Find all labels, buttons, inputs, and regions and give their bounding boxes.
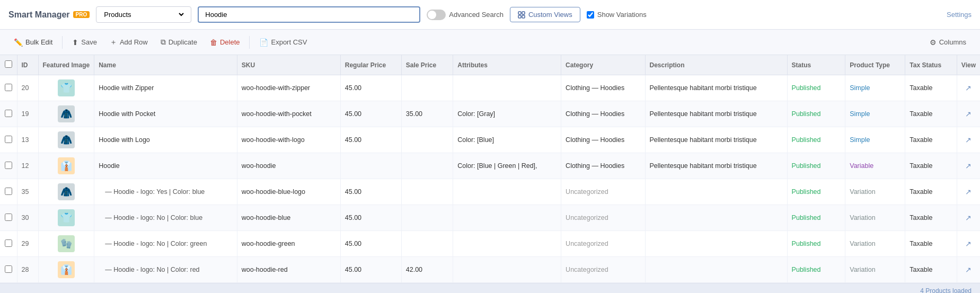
row-sku[interactable]: woo-hoodie-with-zipper: [237, 75, 340, 101]
bulk-edit-button[interactable]: ✏️ Bulk Edit: [8, 35, 58, 49]
show-variations-toggle[interactable]: Show Variations: [587, 11, 647, 19]
row-attributes[interactable]: [453, 75, 561, 101]
header-checkbox[interactable]: [0, 55, 17, 75]
row-description[interactable]: Pellentesque habitant morbi tristique: [645, 101, 787, 127]
product-type-selector[interactable]: Products: [96, 6, 191, 23]
row-checkbox[interactable]: [0, 153, 17, 179]
row-view-link[interactable]: ↗: [957, 205, 980, 231]
search-input[interactable]: [198, 6, 420, 23]
row-name[interactable]: — Hoodie - logo: No | Color: red: [94, 257, 237, 283]
row-sku[interactable]: woo-hoodie-red: [237, 257, 340, 283]
row-select-checkbox[interactable]: [5, 265, 12, 273]
row-sku[interactable]: woo-hoodie-with-logo: [237, 127, 340, 153]
row-tax-status[interactable]: Taxable: [905, 179, 957, 205]
row-product-type[interactable]: Variable: [845, 153, 905, 179]
external-link-icon[interactable]: ↗: [965, 84, 972, 92]
row-category[interactable]: Clothing — Hoodies: [561, 153, 645, 179]
row-category[interactable]: Clothing — Hoodies: [561, 75, 645, 101]
row-select-checkbox[interactable]: [5, 110, 12, 117]
row-tax-status[interactable]: Taxable: [905, 257, 957, 283]
row-select-checkbox[interactable]: [5, 214, 12, 221]
columns-button[interactable]: ⚙ Columns: [924, 35, 972, 49]
row-name[interactable]: Hoodie with Zipper: [94, 75, 237, 101]
row-sale-price[interactable]: [401, 231, 453, 257]
row-attributes[interactable]: Color: [Gray]: [453, 101, 561, 127]
row-select-checkbox[interactable]: [5, 162, 12, 169]
row-tax-status[interactable]: Taxable: [905, 127, 957, 153]
select-all-checkbox[interactable]: [5, 60, 12, 68]
advanced-search-switch[interactable]: [427, 10, 446, 20]
row-category[interactable]: Uncategorized: [561, 179, 645, 205]
row-regular-price[interactable]: 45.00: [340, 179, 401, 205]
row-sale-price[interactable]: 42.00: [401, 257, 453, 283]
row-sku[interactable]: woo-hoodie-with-pocket: [237, 101, 340, 127]
row-description[interactable]: [645, 257, 787, 283]
row-attributes[interactable]: Color: [Blue | Green | Red],: [453, 153, 561, 179]
row-product-type[interactable]: Variation: [845, 231, 905, 257]
row-description[interactable]: Pellentesque habitant morbi tristique: [645, 127, 787, 153]
delete-button[interactable]: 🗑 Delete: [205, 35, 245, 49]
row-product-type[interactable]: Variation: [845, 179, 905, 205]
row-description[interactable]: [645, 231, 787, 257]
row-status[interactable]: Published: [787, 75, 845, 101]
external-link-icon[interactable]: ↗: [965, 214, 972, 222]
row-status[interactable]: Published: [787, 205, 845, 231]
row-status[interactable]: Published: [787, 127, 845, 153]
row-view-link[interactable]: ↗: [957, 75, 980, 101]
row-sku[interactable]: woo-hoodie-green: [237, 231, 340, 257]
row-select-checkbox[interactable]: [5, 136, 12, 143]
row-attributes[interactable]: [453, 257, 561, 283]
row-sku[interactable]: woo-hoodie: [237, 153, 340, 179]
row-status[interactable]: Published: [787, 231, 845, 257]
row-view-link[interactable]: ↗: [957, 127, 980, 153]
row-tax-status[interactable]: Taxable: [905, 75, 957, 101]
custom-views-button[interactable]: Custom Views: [510, 7, 580, 22]
row-status[interactable]: Published: [787, 179, 845, 205]
row-regular-price[interactable]: 45.00: [340, 127, 401, 153]
row-sale-price[interactable]: [401, 205, 453, 231]
row-checkbox[interactable]: [0, 257, 17, 283]
row-name[interactable]: — Hoodie - logo: No | Color: green: [94, 231, 237, 257]
row-sku[interactable]: woo-hoodie-blue: [237, 205, 340, 231]
row-name[interactable]: Hoodie: [94, 153, 237, 179]
row-name[interactable]: — Hoodie - logo: Yes | Color: blue: [94, 179, 237, 205]
row-sku[interactable]: woo-hoodie-blue-logo: [237, 179, 340, 205]
row-sale-price[interactable]: [401, 127, 453, 153]
row-select-checkbox[interactable]: [5, 84, 12, 91]
row-tax-status[interactable]: Taxable: [905, 101, 957, 127]
row-name[interactable]: Hoodie with Pocket: [94, 101, 237, 127]
row-select-checkbox[interactable]: [5, 239, 12, 247]
row-regular-price[interactable]: 45.00: [340, 75, 401, 101]
row-status[interactable]: Published: [787, 101, 845, 127]
row-product-type[interactable]: Simple: [845, 101, 905, 127]
row-sale-price[interactable]: 35.00: [401, 101, 453, 127]
duplicate-button[interactable]: ⧉ Duplicate: [155, 35, 202, 49]
row-product-type[interactable]: Variation: [845, 205, 905, 231]
row-regular-price[interactable]: 45.00: [340, 257, 401, 283]
row-view-link[interactable]: ↗: [957, 179, 980, 205]
row-category[interactable]: Clothing — Hoodies: [561, 101, 645, 127]
row-tax-status[interactable]: Taxable: [905, 205, 957, 231]
save-button[interactable]: ⬆ Save: [67, 35, 102, 49]
row-description[interactable]: [645, 179, 787, 205]
row-regular-price[interactable]: [340, 153, 401, 179]
row-product-type[interactable]: Simple: [845, 75, 905, 101]
show-variations-checkbox[interactable]: [587, 11, 594, 19]
row-category[interactable]: Uncategorized: [561, 231, 645, 257]
row-category[interactable]: Uncategorized: [561, 205, 645, 231]
row-view-link[interactable]: ↗: [957, 257, 980, 283]
external-link-icon[interactable]: ↗: [965, 136, 972, 144]
settings-link[interactable]: Settings: [947, 11, 972, 19]
row-name[interactable]: Hoodie with Logo: [94, 127, 237, 153]
row-checkbox[interactable]: [0, 205, 17, 231]
row-product-type[interactable]: Variation: [845, 257, 905, 283]
row-checkbox[interactable]: [0, 127, 17, 153]
row-attributes[interactable]: [453, 231, 561, 257]
row-status[interactable]: Published: [787, 153, 845, 179]
row-attributes[interactable]: [453, 179, 561, 205]
external-link-icon[interactable]: ↗: [965, 188, 972, 196]
row-regular-price[interactable]: 45.00: [340, 231, 401, 257]
row-description[interactable]: Pellentesque habitant morbi tristique: [645, 153, 787, 179]
row-regular-price[interactable]: 45.00: [340, 101, 401, 127]
row-checkbox[interactable]: [0, 75, 17, 101]
